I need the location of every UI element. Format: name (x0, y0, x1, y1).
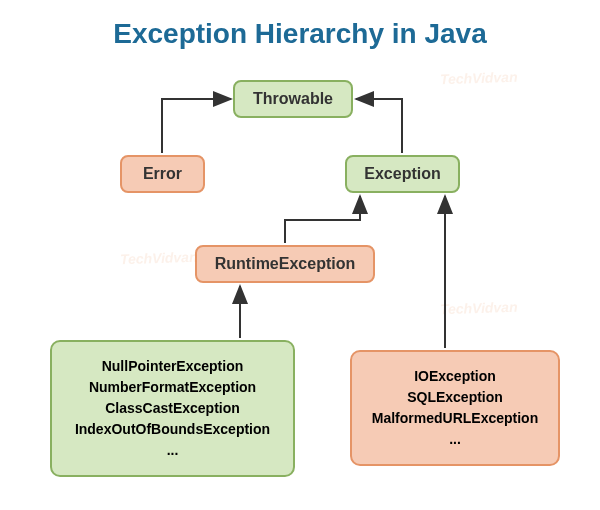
list-item: MalformedURLException (370, 408, 540, 429)
list-item: ClassCastException (70, 398, 275, 419)
list-item: NullPointerException (70, 356, 275, 377)
node-exception: Exception (345, 155, 460, 193)
watermark: TechVidvan (440, 299, 518, 318)
node-throwable: Throwable (233, 80, 353, 118)
node-runtime-exception: RuntimeException (195, 245, 375, 283)
arrow-runtime-to-exception (285, 196, 360, 243)
watermark: TechVidvan (440, 69, 518, 88)
list-item: ... (370, 429, 540, 450)
node-checked-list: IOException SQLException MalformedURLExc… (350, 350, 560, 466)
node-unchecked-list: NullPointerException NumberFormatExcepti… (50, 340, 295, 477)
list-item: SQLException (370, 387, 540, 408)
list-item: IOException (370, 366, 540, 387)
arrow-exception-to-throwable (356, 99, 402, 153)
node-error: Error (120, 155, 205, 193)
list-item: NumberFormatException (70, 377, 275, 398)
list-item: ... (70, 440, 275, 461)
watermark: TechVidvan (120, 249, 198, 268)
arrow-error-to-throwable (162, 99, 231, 153)
diagram-title: Exception Hierarchy in Java (0, 18, 600, 50)
list-item: IndexOutOfBoundsException (70, 419, 275, 440)
